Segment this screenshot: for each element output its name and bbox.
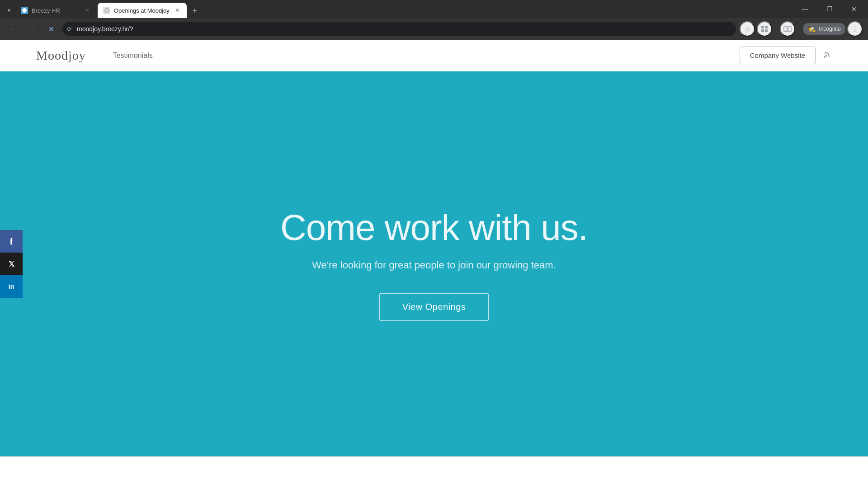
toolbar-right: ☆ 🕵 Incognito ⋮ xyxy=(740,21,863,37)
social-sidebar: f 𝕏 in xyxy=(0,230,23,298)
header-right: Company Website xyxy=(740,47,832,64)
tab-breezy-hr[interactable]: Breezy HR ✕ xyxy=(15,3,97,18)
address-security-icon: ⟳ xyxy=(67,26,72,33)
view-openings-button[interactable]: View Openings xyxy=(379,293,490,321)
minimize-button[interactable]: — xyxy=(795,2,816,16)
split-screen-button[interactable] xyxy=(780,21,795,37)
bookmark-button[interactable]: ☆ xyxy=(740,21,755,37)
site-nav: Testimonials xyxy=(113,52,153,60)
twitter-share-button[interactable]: 𝕏 xyxy=(0,253,23,275)
svg-rect-4 xyxy=(761,29,764,32)
tab-label-breezy: Breezy HR xyxy=(32,7,80,14)
testimonials-nav-link[interactable]: Testimonials xyxy=(113,52,153,59)
tab-close-openings[interactable]: ✕ xyxy=(173,6,181,14)
linkedin-icon: in xyxy=(9,283,14,290)
title-bar: ▼ Breezy HR ✕ Openings at Moodjoy ✕ + xyxy=(0,0,868,18)
twitter-icon: 𝕏 xyxy=(9,260,14,268)
facebook-icon: f xyxy=(10,236,13,247)
add-tab-button[interactable]: + xyxy=(188,4,202,18)
svg-rect-6 xyxy=(784,26,787,32)
tab-dropdown-btn[interactable]: ▼ xyxy=(4,3,14,18)
hero-title: Come work with us. xyxy=(280,207,588,249)
svg-point-8 xyxy=(824,56,826,58)
hero-section: f 𝕏 in Come work with us. We're looking … xyxy=(0,71,868,456)
close-button[interactable]: ✕ xyxy=(844,2,864,16)
back-button[interactable]: ← xyxy=(5,21,21,37)
tab-label-openings: Openings at Moodjoy xyxy=(114,7,170,14)
tab-favicon-openings xyxy=(103,7,110,14)
svg-point-0 xyxy=(22,8,27,13)
svg-rect-7 xyxy=(788,26,791,32)
window-controls: — ❐ ✕ xyxy=(795,2,864,16)
maximize-button[interactable]: ❐ xyxy=(819,2,840,16)
site-header: Moodjoy Testimonials Company Website xyxy=(0,40,868,71)
incognito-badge: 🕵 Incognito xyxy=(803,23,845,35)
browser-frame: ▼ Breezy HR ✕ Openings at Moodjoy ✕ + xyxy=(0,0,868,488)
site-logo: Moodjoy xyxy=(36,48,86,63)
address-bar: ← → ✕ ⟳ moodjoy.breezy.hr/? ☆ xyxy=(0,18,868,40)
tab-close-breezy[interactable]: ✕ xyxy=(83,6,91,14)
reload-button[interactable]: ✕ xyxy=(43,21,59,37)
toolbar-divider-2 xyxy=(799,24,799,33)
company-website-button[interactable]: Company Website xyxy=(740,47,816,64)
svg-rect-5 xyxy=(765,29,768,32)
hero-subtitle: We're looking for great people to join o… xyxy=(312,259,556,271)
address-wrapper[interactable]: ⟳ moodjoy.breezy.hr/? xyxy=(62,22,736,36)
page-content: Moodjoy Testimonials Company Website xyxy=(0,40,868,488)
address-input[interactable]: moodjoy.breezy.hr/? xyxy=(62,22,736,36)
toolbar-divider xyxy=(776,24,776,33)
incognito-icon: 🕵 xyxy=(807,25,816,33)
tab-openings[interactable]: Openings at Moodjoy ✕ xyxy=(98,3,187,18)
svg-rect-3 xyxy=(765,26,768,28)
extensions-button[interactable] xyxy=(757,21,772,37)
forward-button[interactable]: → xyxy=(24,21,40,37)
menu-button[interactable]: ⋮ xyxy=(847,21,863,37)
linkedin-share-button[interactable]: in xyxy=(0,275,23,298)
facebook-share-button[interactable]: f xyxy=(0,230,23,253)
svg-point-1 xyxy=(105,9,108,12)
bottom-section xyxy=(0,456,868,483)
tab-favicon-breezy xyxy=(21,7,28,14)
rss-icon[interactable] xyxy=(823,50,832,61)
svg-rect-2 xyxy=(761,26,764,28)
